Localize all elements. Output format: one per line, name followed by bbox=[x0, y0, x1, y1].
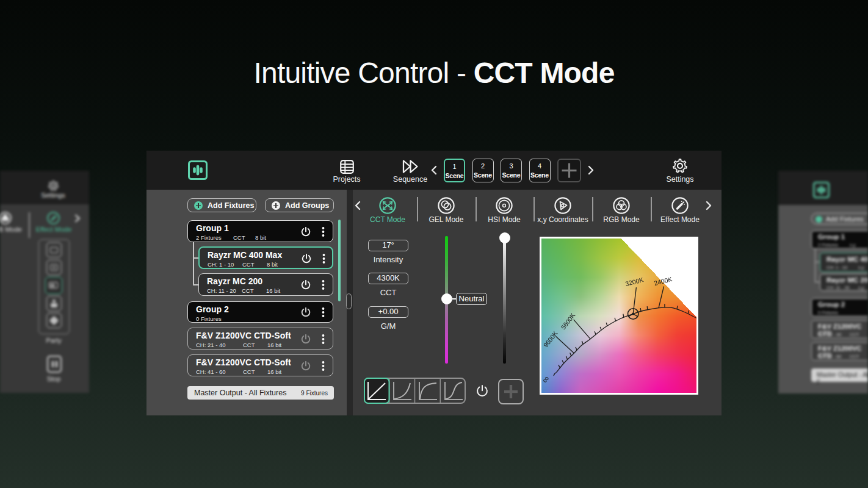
svg-text:3200K: 3200K bbox=[624, 276, 644, 287]
svg-text:2400K: 2400K bbox=[653, 275, 673, 287]
svg-text:5600K: 5600K bbox=[559, 312, 576, 331]
svg-text:9600K: 9600K bbox=[541, 329, 559, 348]
svg-text:∞: ∞ bbox=[541, 373, 552, 385]
